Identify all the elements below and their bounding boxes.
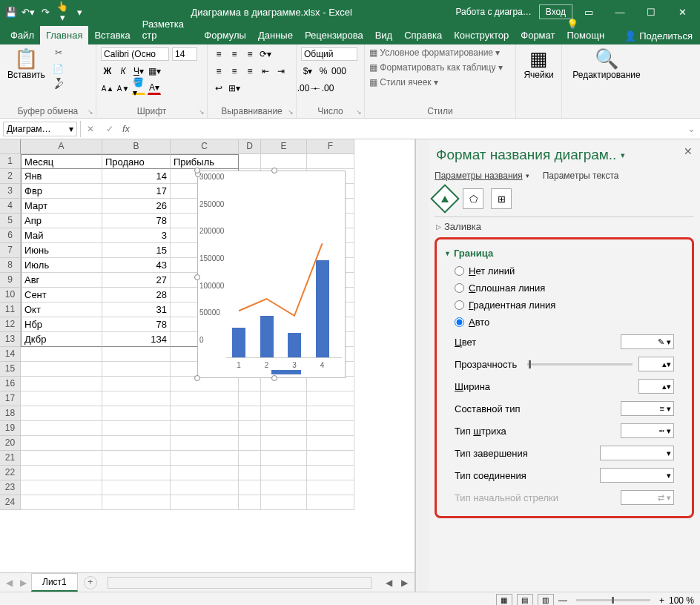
cell[interactable]: 78: [102, 214, 171, 228]
border-icon[interactable]: ▦▾: [148, 65, 161, 78]
cell[interactable]: Апр: [21, 214, 102, 228]
cell[interactable]: Сент: [21, 288, 102, 302]
row-header[interactable]: 19: [0, 421, 21, 436]
align-top-icon[interactable]: ≡: [212, 47, 225, 61]
cell[interactable]: Окт: [21, 302, 102, 317]
cell[interactable]: 26: [102, 199, 171, 214]
row-header[interactable]: 5: [0, 214, 21, 228]
cell-styles-button[interactable]: ▦ Стили ячеек ▾: [369, 77, 511, 87]
number-dialog-icon[interactable]: ↘: [356, 108, 362, 116]
cell[interactable]: Нбр: [21, 317, 102, 332]
tab-format[interactable]: Формат: [515, 26, 561, 44]
hscroll-left-icon[interactable]: ◀: [382, 578, 396, 588]
cell[interactable]: [21, 480, 102, 495]
align-center-icon[interactable]: ≡: [228, 65, 241, 78]
cell[interactable]: 3: [102, 228, 171, 243]
row-header[interactable]: 2: [0, 169, 21, 184]
row-header[interactable]: 9: [0, 273, 21, 288]
cell[interactable]: [102, 377, 171, 391]
underline-icon[interactable]: Ч▾: [132, 65, 145, 78]
hscroll-right-icon[interactable]: ▶: [397, 578, 412, 588]
row-header[interactable]: 13: [0, 332, 21, 347]
cell[interactable]: [102, 436, 171, 451]
cell[interactable]: 78: [102, 317, 171, 332]
cell[interactable]: [261, 436, 307, 451]
zoom-label[interactable]: 100 %: [669, 595, 694, 606]
wrap-text-icon[interactable]: ↩: [212, 82, 225, 95]
radio-no-line[interactable]: [455, 266, 464, 276]
tab-home[interactable]: Главная: [40, 26, 88, 44]
redo-icon[interactable]: ↷: [37, 4, 53, 21]
comma-icon[interactable]: 000: [332, 65, 346, 78]
row-header[interactable]: 20: [0, 436, 21, 451]
quick-access-more-icon[interactable]: ▾: [71, 4, 88, 21]
tab-file[interactable]: Файл: [4, 26, 40, 44]
cell[interactable]: [261, 451, 307, 466]
expand-formula-icon[interactable]: ⌄: [683, 123, 700, 134]
row-header[interactable]: 24: [0, 495, 21, 510]
align-left-icon[interactable]: ≡: [212, 65, 225, 78]
bold-icon[interactable]: Ж: [101, 65, 114, 78]
row-header[interactable]: 8: [0, 258, 21, 273]
cell[interactable]: Прибыль: [171, 154, 239, 169]
normal-view-icon[interactable]: ▦: [496, 594, 512, 606]
cell[interactable]: [307, 406, 354, 421]
transparency-spin[interactable]: ▴▾: [638, 357, 674, 371]
col-header[interactable]: E: [261, 139, 307, 154]
cell[interactable]: [171, 421, 239, 436]
cell[interactable]: [102, 421, 171, 436]
align-right-icon[interactable]: ≡: [243, 65, 257, 78]
cells-button[interactable]: ▦ Ячейки: [521, 47, 557, 82]
cell[interactable]: [102, 495, 171, 510]
cell[interactable]: [239, 480, 261, 495]
cell[interactable]: [239, 391, 261, 406]
cell[interactable]: [21, 466, 102, 480]
tab-designer[interactable]: Конструктор: [448, 26, 515, 44]
row-header[interactable]: 1: [0, 154, 21, 169]
embedded-chart[interactable]: 0500001000001500002000002500003000001234: [197, 171, 346, 378]
zoom-out-icon[interactable]: —: [558, 595, 567, 606]
sheet-nav-first-icon[interactable]: ◀: [3, 578, 16, 588]
radio-auto-line[interactable]: [455, 317, 464, 327]
sheet-nav-prev-icon[interactable]: ▶: [17, 578, 30, 588]
cell[interactable]: [21, 391, 102, 406]
tab-tellme[interactable]: 💡 Помощн: [561, 15, 617, 44]
cell[interactable]: [21, 421, 102, 436]
cell[interactable]: [239, 451, 261, 466]
cell[interactable]: Дкбр: [21, 332, 102, 347]
tab-data[interactable]: Данные: [252, 26, 299, 44]
tab-view[interactable]: Вид: [369, 26, 399, 44]
row-header[interactable]: 23: [0, 480, 21, 495]
color-picker[interactable]: ✎ ▾: [621, 334, 674, 349]
zoom-in-icon[interactable]: +: [659, 595, 664, 606]
radio-solid-line[interactable]: [455, 283, 464, 293]
cell[interactable]: [171, 466, 239, 480]
cell[interactable]: [102, 406, 171, 421]
merge-cells-icon[interactable]: ⊞▾: [228, 82, 241, 95]
cell[interactable]: [171, 495, 239, 510]
row-header[interactable]: 7: [0, 243, 21, 258]
orientation-icon[interactable]: ⟳▾: [259, 47, 272, 61]
cap-combo[interactable]: ▾: [600, 446, 674, 460]
cell[interactable]: [102, 391, 171, 406]
save-icon[interactable]: 💾: [3, 4, 19, 21]
cell[interactable]: [21, 377, 102, 391]
row-header[interactable]: 11: [0, 302, 21, 317]
row-header[interactable]: 21: [0, 451, 21, 466]
cell[interactable]: 31: [102, 302, 171, 317]
cell[interactable]: [261, 421, 307, 436]
cell[interactable]: [21, 347, 102, 362]
maximize-button[interactable]: ☐: [636, 0, 666, 24]
cell[interactable]: Фвр: [21, 184, 102, 199]
cell[interactable]: [171, 480, 239, 495]
fill-line-icon[interactable]: [430, 184, 460, 214]
row-header[interactable]: 10: [0, 288, 21, 302]
cell[interactable]: 134: [102, 332, 171, 347]
cell[interactable]: [102, 451, 171, 466]
row-header[interactable]: 3: [0, 184, 21, 199]
cell[interactable]: [307, 391, 354, 406]
horizontal-scrollbar[interactable]: [108, 577, 372, 589]
cell[interactable]: [239, 406, 261, 421]
cell[interactable]: [239, 377, 261, 391]
cell[interactable]: Июнь: [21, 243, 102, 258]
